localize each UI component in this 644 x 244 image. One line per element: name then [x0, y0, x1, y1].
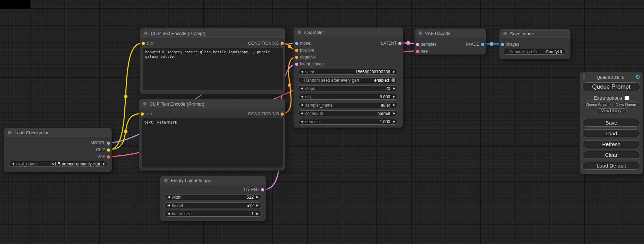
widget-label: Random seed after every gen: [304, 78, 359, 83]
clear-button[interactable]: Clear: [582, 151, 640, 159]
height-widget[interactable]: ◀ height 512 ▶: [165, 202, 262, 208]
increment-arrow-icon[interactable]: ▶: [393, 103, 395, 107]
decrement-arrow-icon[interactable]: ◀: [167, 196, 170, 199]
node-title-bar[interactable]: CLIP Text Encode (Prompt): [140, 28, 285, 38]
decrement-arrow-icon[interactable]: ◀: [301, 120, 303, 123]
queue-prompt-button[interactable]: Queue Prompt: [582, 82, 640, 91]
increment-arrow-icon[interactable]: ▶: [256, 196, 259, 199]
load-default-button[interactable]: Load Default: [582, 162, 640, 170]
latent-output-slot[interactable]: [261, 188, 264, 191]
conditioning-output-slot[interactable]: [281, 42, 284, 45]
decrement-arrow-icon[interactable]: ◀: [301, 112, 303, 115]
image-output-slot[interactable]: [481, 43, 484, 46]
node-clip-text-encode-negative[interactable]: CLIP Text Encode (Prompt) clip CONDITION…: [139, 99, 285, 170]
clip-input-slot[interactable]: [141, 112, 144, 116]
view-queue-button[interactable]: View Queue: [612, 102, 641, 107]
load-button[interactable]: Load: [582, 129, 640, 137]
denoise-widget[interactable]: ◀ denoise 1.000 ▶: [298, 119, 398, 125]
slot-row: negative: [294, 54, 403, 61]
width-widget[interactable]: ◀ width 512 ▶: [165, 194, 262, 200]
steps-widget[interactable]: ◀ steps 20 ▶: [298, 85, 398, 91]
increment-arrow-icon[interactable]: ▶: [103, 162, 105, 165]
comfyui-canvas[interactable]: { "nodes": { "load_checkpoint": { "title…: [0, 0, 644, 244]
node-title-bar[interactable]: KSampler: [294, 28, 403, 37]
decrement-arrow-icon[interactable]: ◀: [301, 103, 303, 107]
latent-output-slot[interactable]: [398, 42, 402, 45]
clip-output-slot[interactable]: [107, 148, 110, 152]
latent-image-input-label: latent_image: [300, 62, 324, 66]
decrement-arrow-icon[interactable]: ◀: [167, 204, 170, 207]
seed-widget[interactable]: ◀ seed 156680208700286 ▶: [298, 69, 398, 75]
node-collapse-icon[interactable]: [8, 131, 11, 134]
model-output-slot[interactable]: [107, 142, 110, 145]
node-title-bar[interactable]: VAE Decode: [415, 29, 486, 38]
conditioning-output-slot[interactable]: [281, 112, 284, 116]
drag-handle-icon[interactable]: ⠿: [582, 75, 586, 80]
ckpt-name-widget[interactable]: ◀ ckpt_name v1-5-pruned-emaonly.ckpt ▶: [9, 161, 108, 167]
queue-front-button[interactable]: Queue Front: [582, 102, 611, 107]
increment-arrow-icon[interactable]: ▶: [393, 87, 395, 90]
node-title-bar[interactable]: Save Image: [500, 29, 570, 38]
decrement-arrow-icon[interactable]: ◀: [12, 162, 14, 165]
widget-value: ComfyUI: [546, 49, 562, 54]
clip-input-label: clip: [147, 41, 153, 46]
negative-input-slot[interactable]: [295, 56, 298, 59]
node-load-checkpoint[interactable]: Load Checkpoint MODEL CLIP VAE ◀ ckpt_na…: [4, 128, 112, 172]
widget-value: 1: [251, 211, 254, 216]
slot-row: clip CONDITIONING: [139, 110, 285, 118]
vae-output-slot[interactable]: [107, 155, 110, 159]
filename-prefix-widget[interactable]: filename_prefix ComfyUI: [503, 49, 565, 55]
clip-input-slot[interactable]: [142, 42, 145, 45]
decrement-arrow-icon[interactable]: ◀: [167, 212, 170, 215]
positive-prompt-textarea[interactable]: beautiful scenery nature glass bottle la…: [143, 48, 283, 90]
widget-value: 512: [247, 203, 254, 208]
node-title-bar[interactable]: CLIP Text Encode (Prompt): [139, 99, 285, 109]
save-button[interactable]: Save: [582, 119, 640, 127]
decrement-arrow-icon[interactable]: ◀: [301, 95, 303, 98]
increment-arrow-icon[interactable]: ▶: [256, 204, 259, 207]
increment-arrow-icon[interactable]: ▶: [256, 212, 259, 215]
batch-size-widget[interactable]: ◀ batch_size 1 ▶: [165, 211, 262, 217]
cfg-widget[interactable]: ◀ cfg 8.000 ▶: [298, 94, 398, 100]
node-empty-latent-image[interactable]: Empty Latent Image LATENT ◀ width 512 ▶ …: [160, 176, 266, 221]
node-vae-decode[interactable]: VAE Decode samples IMAGE vae: [415, 29, 486, 54]
increment-arrow-icon[interactable]: ▶: [393, 95, 395, 98]
positive-input-slot[interactable]: [295, 49, 298, 52]
extra-options-checkbox[interactable]: [625, 96, 629, 100]
settings-gear-icon[interactable]: ⚙: [635, 74, 640, 80]
sampler-name-widget[interactable]: ◀ sampler_name euler ▶: [298, 102, 398, 108]
scheduler-widget[interactable]: ◀ scheduler normal ▶: [298, 110, 398, 116]
refresh-button[interactable]: Refresh: [582, 140, 640, 148]
images-input-slot[interactable]: [501, 43, 504, 46]
increment-arrow-icon[interactable]: ▶: [393, 70, 395, 73]
view-history-button[interactable]: View History: [596, 108, 627, 113]
widget-label: height: [172, 203, 183, 208]
node-collapse-icon[interactable]: [164, 179, 168, 182]
latent-image-input-slot[interactable]: [295, 63, 298, 66]
node-ksampler[interactable]: KSampler model LATENT positive negative …: [294, 28, 403, 127]
negative-prompt-textarea[interactable]: text, watermark: [142, 118, 283, 168]
model-output-label: MODEL: [90, 141, 105, 145]
decrement-arrow-icon[interactable]: ◀: [301, 70, 303, 73]
vae-input-slot[interactable]: [416, 50, 419, 53]
node-clip-text-encode-positive[interactable]: CLIP Text Encode (Prompt) clip CONDITION…: [140, 28, 285, 94]
node-collapse-icon[interactable]: [503, 32, 507, 35]
widget-label: batch_size: [172, 211, 192, 216]
model-input-slot[interactable]: [295, 42, 298, 45]
node-title-bar[interactable]: Empty Latent Image: [160, 176, 266, 185]
random-seed-toggle-widget[interactable]: Random seed after every gen enabled: [298, 77, 398, 83]
samples-input-slot[interactable]: [416, 43, 419, 46]
node-collapse-icon[interactable]: [144, 31, 148, 35]
node-collapse-icon[interactable]: [418, 31, 422, 35]
toggle-knob-icon[interactable]: [391, 78, 395, 82]
increment-arrow-icon[interactable]: ▶: [393, 112, 395, 115]
decrement-arrow-icon[interactable]: ◀: [301, 87, 303, 90]
node-save-image[interactable]: Save Image images filename_prefix ComfyU…: [500, 29, 570, 59]
extra-options-label: Extra options: [594, 95, 622, 101]
increment-arrow-icon[interactable]: ▶: [393, 120, 395, 123]
widget-value: 512: [247, 195, 254, 200]
node-collapse-icon[interactable]: [143, 102, 147, 106]
latent-output-label: LATENT: [381, 41, 397, 46]
node-collapse-icon[interactable]: [298, 30, 301, 34]
node-title-bar[interactable]: Load Checkpoint: [4, 128, 112, 137]
